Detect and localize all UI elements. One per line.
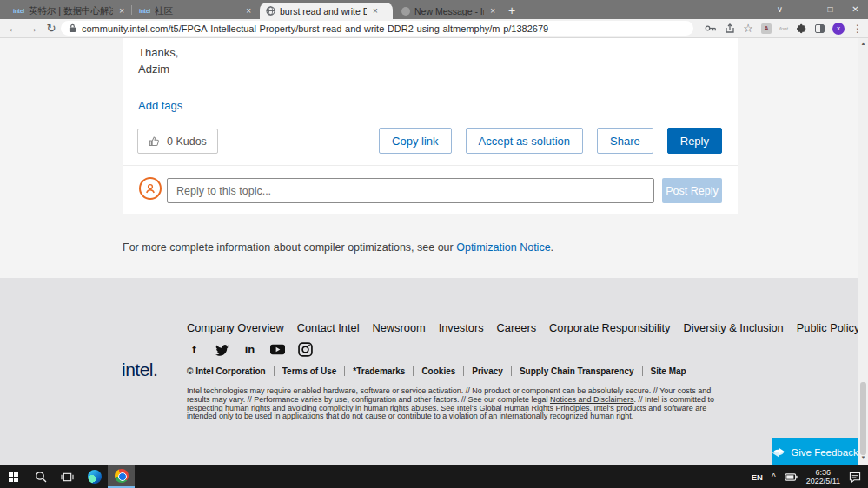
tab-close-icon[interactable]: × (490, 6, 495, 16)
legal-link-supply-chain[interactable]: Supply Chain Transparency (511, 366, 642, 376)
windows-logo-icon (9, 472, 18, 482)
window-menu-chevron-icon[interactable]: ∨ (767, 0, 792, 19)
tab-title: New Message - Intel Commun (414, 6, 484, 16)
back-button[interactable]: ← (3, 19, 23, 37)
action-center-icon[interactable] (849, 472, 861, 483)
facebook-icon[interactable]: f (187, 342, 202, 357)
post-author-signature: Adzim (138, 63, 169, 76)
tab-close-icon[interactable]: × (119, 6, 124, 16)
url-text: community.intel.com/t5/FPGA-Intellectual… (82, 23, 548, 34)
post-reply-button[interactable]: Post Reply (662, 178, 722, 203)
scrollbar-thumb[interactable] (860, 382, 866, 455)
tray-expand-icon[interactable]: ^ (772, 472, 776, 482)
kudos-button[interactable]: 0 Kudos (137, 129, 218, 154)
font-extension-icon[interactable]: font (779, 26, 788, 31)
extensions-puzzle-icon[interactable] (796, 23, 807, 34)
legal-link-cookies[interactable]: Cookies (413, 366, 463, 376)
taskbar-search-button[interactable] (27, 465, 54, 488)
feedback-arrows-icon (772, 446, 785, 458)
notice-text: For more complete information about comp… (123, 241, 456, 254)
legal-link-privacy[interactable]: Privacy (463, 366, 511, 376)
pdf-extension-icon[interactable]: A (761, 23, 772, 34)
youtube-icon[interactable] (270, 342, 285, 357)
post-body-line: Thanks, (138, 46, 178, 59)
user-avatar (139, 177, 162, 200)
window-controls: ∨ — □ ✕ (767, 0, 868, 19)
linkedin-icon[interactable]: in (242, 342, 257, 357)
footer-link-careers[interactable]: Careers (497, 321, 537, 334)
taskbar-chrome-button[interactable] (108, 465, 135, 488)
instagram-icon[interactable] (298, 342, 313, 357)
accept-as-solution-button[interactable]: Accept as solution (466, 128, 584, 154)
reply-button[interactable]: Reply (667, 128, 722, 154)
tab-intel-community[interactable]: intel 社区 × (133, 3, 257, 19)
reply-input[interactable] (167, 178, 654, 203)
scroll-down-icon[interactable]: ▼ (858, 455, 868, 460)
browser-tab-strip: intel 英特尔 | 数据中心解决方案、物 × intel 社区 × burs… (0, 0, 868, 19)
tab-new-message[interactable]: New Message - Intel Commun × (395, 3, 501, 19)
tab-intel-datacenter[interactable]: intel 英特尔 | 数据中心解决方案、物 × (7, 3, 130, 19)
taskbar-clock[interactable]: 6:36 2022/5/11 (806, 468, 840, 486)
twitter-icon[interactable] (215, 342, 229, 357)
loading-favicon (401, 7, 410, 16)
add-tags-link[interactable]: Add tags (138, 99, 182, 112)
new-tab-button[interactable]: + (508, 3, 515, 18)
toolbar-right-icons: ☆ A font x ⋮ (705, 19, 863, 37)
copy-link-button[interactable]: Copy link (379, 128, 451, 154)
clock-time: 6:36 (806, 468, 840, 478)
tab-close-icon[interactable]: × (246, 6, 251, 16)
start-button[interactable] (0, 465, 27, 488)
clock-date: 2022/5/11 (806, 477, 840, 486)
bookmark-star-icon[interactable]: ☆ (743, 22, 753, 35)
global-human-rights-link[interactable]: Global Human Rights Principles (479, 404, 589, 412)
browser-window: intel 英特尔 | 数据中心解决方案、物 × intel 社区 × burs… (0, 0, 868, 488)
side-panel-icon[interactable] (815, 24, 825, 33)
thumbs-up-icon (149, 135, 160, 147)
share-button[interactable]: Share (597, 128, 653, 154)
lock-icon (69, 23, 76, 33)
person-icon (144, 182, 156, 195)
intel-favicon: intel (139, 8, 150, 14)
footer-link-public-policy[interactable]: Public Policy (797, 321, 860, 334)
taskbar-edge-button[interactable] (81, 465, 108, 488)
tab-title: 社区 (155, 5, 240, 17)
menu-dots-icon[interactable]: ⋮ (852, 23, 863, 35)
legal-link-terms[interactable]: Terms of Use (274, 366, 345, 376)
legal-link-copyright[interactable]: © Intel Corporation (187, 366, 274, 376)
battery-icon[interactable] (785, 473, 798, 481)
password-key-icon[interactable] (705, 23, 717, 33)
footer-nav: Company Overview Contact Intel Newsroom … (187, 321, 859, 334)
give-feedback-button[interactable]: Give Feedback (772, 438, 858, 465)
minimize-button[interactable]: — (792, 0, 818, 19)
refresh-button[interactable]: ↻ (42, 19, 61, 37)
footer-link-investors[interactable]: Investors (439, 321, 484, 334)
post-card: Thanks, Adzim Add tags 0 Kudos Copy link… (123, 38, 738, 214)
language-indicator[interactable]: EN (752, 472, 763, 482)
maximize-button[interactable]: □ (818, 0, 843, 19)
close-window-button[interactable]: ✕ (843, 0, 868, 19)
footer-link-company-overview[interactable]: Company Overview (187, 321, 284, 334)
notices-disclaimers-link[interactable]: Notices and Disclaimers (550, 395, 634, 404)
legal-link-trademarks[interactable]: *Trademarks (344, 366, 413, 376)
edge-icon (88, 470, 102, 484)
social-icons-row: f in (187, 342, 313, 357)
tab-burst-read-ddr2[interactable]: burst read and write DDR2 usi × (260, 3, 393, 19)
footer-link-newsroom[interactable]: Newsroom (373, 321, 426, 334)
footer-link-corporate-responsibility[interactable]: Corporate Responsibility (549, 321, 670, 334)
legal-paragraph: Intel technologies may require enabled h… (187, 387, 726, 421)
chrome-icon (115, 469, 129, 483)
page-scrollbar[interactable]: ▲ ▼ (858, 38, 868, 465)
tab-close-icon[interactable]: × (373, 6, 378, 16)
scroll-up-icon[interactable]: ▲ (858, 41, 868, 46)
profile-avatar[interactable]: x (832, 23, 845, 35)
share-icon[interactable] (725, 23, 735, 34)
task-view-button[interactable] (54, 465, 81, 488)
tab-separator (131, 5, 132, 15)
page-content: Thanks, Adzim Add tags 0 Kudos Copy link… (0, 38, 868, 465)
footer-link-contact-intel[interactable]: Contact Intel (297, 321, 360, 334)
optimization-notice-link[interactable]: Optimization Notice (456, 241, 550, 254)
forward-button[interactable]: → (23, 19, 42, 37)
address-bar[interactable]: community.intel.com/t5/FPGA-Intellectual… (61, 21, 693, 36)
legal-link-site-map[interactable]: Site Map (642, 366, 694, 376)
footer-link-diversity-inclusion[interactable]: Diversity & Inclusion (684, 321, 784, 334)
